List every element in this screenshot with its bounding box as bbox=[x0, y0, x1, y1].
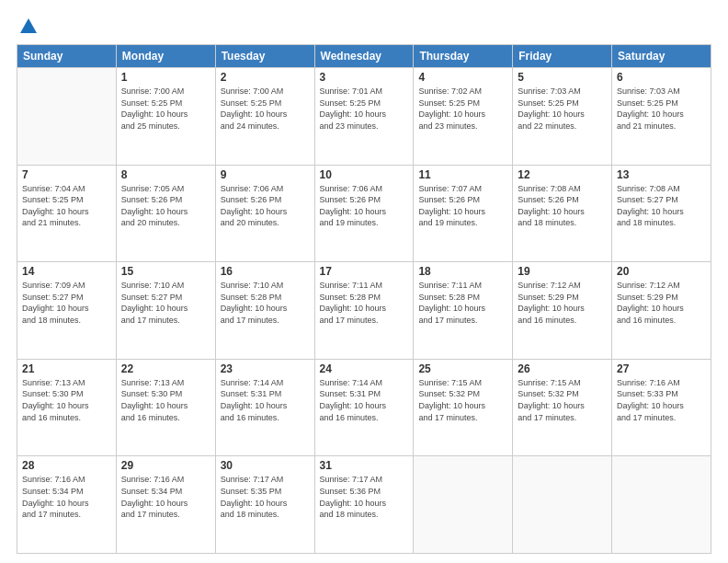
calendar-cell: 17Sunrise: 7:11 AM Sunset: 5:28 PM Dayli… bbox=[314, 262, 414, 360]
day-number: 21 bbox=[22, 362, 111, 375]
day-number: 10 bbox=[320, 168, 409, 181]
calendar-cell bbox=[414, 456, 513, 554]
day-info: Sunrise: 7:11 AM Sunset: 5:28 PM Dayligh… bbox=[320, 280, 409, 326]
calendar-header-row: SundayMondayTuesdayWednesdayThursdayFrid… bbox=[17, 45, 711, 68]
calendar-cell: 6Sunrise: 7:03 AM Sunset: 5:25 PM Daylig… bbox=[612, 68, 711, 166]
day-info: Sunrise: 7:09 AM Sunset: 5:27 PM Dayligh… bbox=[22, 280, 111, 326]
day-number: 24 bbox=[320, 362, 409, 375]
day-number: 7 bbox=[22, 168, 111, 181]
calendar-cell: 19Sunrise: 7:12 AM Sunset: 5:29 PM Dayli… bbox=[513, 262, 612, 360]
day-number: 18 bbox=[418, 265, 507, 278]
day-number: 28 bbox=[22, 459, 111, 472]
calendar-cell: 20Sunrise: 7:12 AM Sunset: 5:29 PM Dayli… bbox=[612, 262, 711, 360]
day-info: Sunrise: 7:04 AM Sunset: 5:25 PM Dayligh… bbox=[22, 183, 111, 229]
day-info: Sunrise: 7:03 AM Sunset: 5:25 PM Dayligh… bbox=[617, 86, 706, 132]
calendar-cell: 29Sunrise: 7:16 AM Sunset: 5:34 PM Dayli… bbox=[116, 456, 215, 554]
calendar-cell: 5Sunrise: 7:03 AM Sunset: 5:25 PM Daylig… bbox=[513, 68, 612, 166]
weekday-header-saturday: Saturday bbox=[612, 45, 711, 68]
day-number: 16 bbox=[221, 265, 310, 278]
day-number: 9 bbox=[221, 168, 310, 181]
logo bbox=[17, 17, 39, 37]
day-number: 19 bbox=[518, 265, 607, 278]
calendar-cell: 2Sunrise: 7:00 AM Sunset: 5:25 PM Daylig… bbox=[215, 68, 314, 166]
day-number: 20 bbox=[617, 265, 706, 278]
day-info: Sunrise: 7:12 AM Sunset: 5:29 PM Dayligh… bbox=[617, 280, 706, 326]
day-info: Sunrise: 7:13 AM Sunset: 5:30 PM Dayligh… bbox=[121, 377, 210, 423]
calendar-cell: 16Sunrise: 7:10 AM Sunset: 5:28 PM Dayli… bbox=[215, 262, 314, 360]
day-number: 17 bbox=[320, 265, 409, 278]
day-number: 25 bbox=[418, 362, 507, 375]
day-info: Sunrise: 7:02 AM Sunset: 5:25 PM Dayligh… bbox=[418, 86, 507, 132]
calendar-cell: 28Sunrise: 7:16 AM Sunset: 5:34 PM Dayli… bbox=[17, 456, 117, 554]
day-number: 26 bbox=[518, 362, 607, 375]
day-info: Sunrise: 7:03 AM Sunset: 5:25 PM Dayligh… bbox=[518, 86, 607, 132]
weekday-header-friday: Friday bbox=[513, 45, 612, 68]
day-number: 29 bbox=[121, 459, 210, 472]
svg-marker-0 bbox=[20, 18, 37, 33]
calendar-cell: 9Sunrise: 7:06 AM Sunset: 5:26 PM Daylig… bbox=[215, 165, 314, 262]
calendar-cell: 7Sunrise: 7:04 AM Sunset: 5:25 PM Daylig… bbox=[17, 165, 117, 262]
day-info: Sunrise: 7:16 AM Sunset: 5:33 PM Dayligh… bbox=[617, 377, 706, 423]
day-info: Sunrise: 7:01 AM Sunset: 5:25 PM Dayligh… bbox=[320, 86, 409, 132]
calendar-cell bbox=[612, 456, 711, 554]
day-number: 4 bbox=[418, 71, 507, 84]
calendar-cell: 22Sunrise: 7:13 AM Sunset: 5:30 PM Dayli… bbox=[116, 359, 215, 456]
calendar-cell: 23Sunrise: 7:14 AM Sunset: 5:31 PM Dayli… bbox=[215, 359, 314, 456]
day-info: Sunrise: 7:00 AM Sunset: 5:25 PM Dayligh… bbox=[221, 86, 310, 132]
day-number: 3 bbox=[320, 71, 409, 84]
day-number: 5 bbox=[518, 71, 607, 84]
calendar-cell: 15Sunrise: 7:10 AM Sunset: 5:27 PM Dayli… bbox=[116, 262, 215, 360]
day-info: Sunrise: 7:05 AM Sunset: 5:26 PM Dayligh… bbox=[121, 183, 210, 229]
calendar-week-row: 1Sunrise: 7:00 AM Sunset: 5:25 PM Daylig… bbox=[17, 68, 711, 166]
day-info: Sunrise: 7:16 AM Sunset: 5:34 PM Dayligh… bbox=[121, 474, 210, 520]
calendar-week-row: 14Sunrise: 7:09 AM Sunset: 5:27 PM Dayli… bbox=[17, 262, 711, 360]
day-number: 31 bbox=[320, 459, 409, 472]
calendar-cell: 26Sunrise: 7:15 AM Sunset: 5:32 PM Dayli… bbox=[513, 359, 612, 456]
day-info: Sunrise: 7:15 AM Sunset: 5:32 PM Dayligh… bbox=[518, 377, 607, 423]
calendar-cell: 30Sunrise: 7:17 AM Sunset: 5:35 PM Dayli… bbox=[215, 456, 314, 554]
page: SundayMondayTuesdayWednesdayThursdayFrid… bbox=[0, 0, 728, 563]
day-number: 22 bbox=[121, 362, 210, 375]
calendar-cell: 27Sunrise: 7:16 AM Sunset: 5:33 PM Dayli… bbox=[612, 359, 711, 456]
calendar-cell: 8Sunrise: 7:05 AM Sunset: 5:26 PM Daylig… bbox=[116, 165, 215, 262]
calendar-week-row: 21Sunrise: 7:13 AM Sunset: 5:30 PM Dayli… bbox=[17, 359, 711, 456]
day-number: 13 bbox=[617, 168, 706, 181]
calendar-week-row: 7Sunrise: 7:04 AM Sunset: 5:25 PM Daylig… bbox=[17, 165, 711, 262]
day-info: Sunrise: 7:14 AM Sunset: 5:31 PM Dayligh… bbox=[221, 377, 310, 423]
day-number: 1 bbox=[121, 71, 210, 84]
day-info: Sunrise: 7:07 AM Sunset: 5:26 PM Dayligh… bbox=[418, 183, 507, 229]
day-number: 2 bbox=[221, 71, 310, 84]
day-info: Sunrise: 7:08 AM Sunset: 5:27 PM Dayligh… bbox=[617, 183, 706, 229]
day-info: Sunrise: 7:06 AM Sunset: 5:26 PM Dayligh… bbox=[221, 183, 310, 229]
weekday-header-monday: Monday bbox=[116, 45, 215, 68]
header bbox=[17, 17, 711, 37]
weekday-header-sunday: Sunday bbox=[17, 45, 117, 68]
weekday-header-thursday: Thursday bbox=[414, 45, 513, 68]
day-number: 30 bbox=[221, 459, 310, 472]
logo-icon bbox=[18, 17, 39, 37]
day-info: Sunrise: 7:13 AM Sunset: 5:30 PM Dayligh… bbox=[22, 377, 111, 423]
day-info: Sunrise: 7:11 AM Sunset: 5:28 PM Dayligh… bbox=[418, 280, 507, 326]
day-info: Sunrise: 7:08 AM Sunset: 5:26 PM Dayligh… bbox=[518, 183, 607, 229]
day-info: Sunrise: 7:17 AM Sunset: 5:36 PM Dayligh… bbox=[320, 474, 409, 520]
calendar-cell: 13Sunrise: 7:08 AM Sunset: 5:27 PM Dayli… bbox=[612, 165, 711, 262]
day-number: 27 bbox=[617, 362, 706, 375]
weekday-header-tuesday: Tuesday bbox=[215, 45, 314, 68]
day-number: 14 bbox=[22, 265, 111, 278]
calendar-cell: 25Sunrise: 7:15 AM Sunset: 5:32 PM Dayli… bbox=[414, 359, 513, 456]
calendar-cell bbox=[513, 456, 612, 554]
calendar-cell: 10Sunrise: 7:06 AM Sunset: 5:26 PM Dayli… bbox=[314, 165, 414, 262]
calendar-cell: 18Sunrise: 7:11 AM Sunset: 5:28 PM Dayli… bbox=[414, 262, 513, 360]
day-number: 23 bbox=[221, 362, 310, 375]
calendar-cell: 3Sunrise: 7:01 AM Sunset: 5:25 PM Daylig… bbox=[314, 68, 414, 166]
day-info: Sunrise: 7:17 AM Sunset: 5:35 PM Dayligh… bbox=[221, 474, 310, 520]
day-number: 15 bbox=[121, 265, 210, 278]
day-info: Sunrise: 7:16 AM Sunset: 5:34 PM Dayligh… bbox=[22, 474, 111, 520]
calendar-cell: 4Sunrise: 7:02 AM Sunset: 5:25 PM Daylig… bbox=[414, 68, 513, 166]
day-info: Sunrise: 7:10 AM Sunset: 5:28 PM Dayligh… bbox=[221, 280, 310, 326]
calendar-cell: 14Sunrise: 7:09 AM Sunset: 5:27 PM Dayli… bbox=[17, 262, 117, 360]
calendar-cell: 24Sunrise: 7:14 AM Sunset: 5:31 PM Dayli… bbox=[314, 359, 414, 456]
day-info: Sunrise: 7:14 AM Sunset: 5:31 PM Dayligh… bbox=[320, 377, 409, 423]
day-info: Sunrise: 7:06 AM Sunset: 5:26 PM Dayligh… bbox=[320, 183, 409, 229]
day-info: Sunrise: 7:00 AM Sunset: 5:25 PM Dayligh… bbox=[121, 86, 210, 132]
